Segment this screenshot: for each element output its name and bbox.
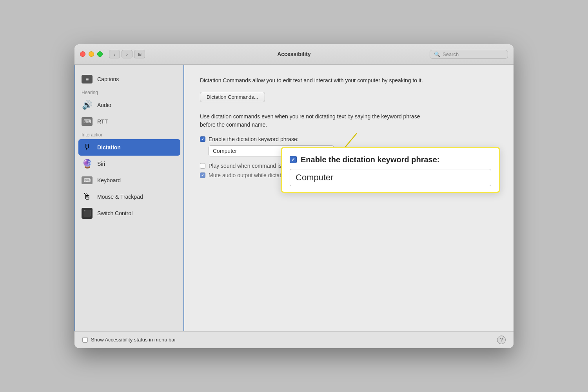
sidebar-label: Captions [97,76,119,82]
search-icon: 🔍 [434,51,440,57]
callout-highlight-box: Enable the dictation keyword phrase: [281,147,500,193]
sidebar-item-siri[interactable]: 🔮 Siri [75,156,183,172]
sidebar-label: Audio [97,102,111,108]
titlebar: ‹ › ⊞ Accessibility 🔍 [74,44,514,65]
search-box[interactable]: 🔍 [430,50,508,59]
hearing-section-label: Hearing [75,87,183,97]
mute-checkbox[interactable] [200,172,205,178]
enable-keyword-label: Enable the dictation keyword phrase: [209,136,299,142]
show-status-checkbox[interactable] [82,337,88,343]
description-text: Dictation Commands allow you to edit tex… [200,76,427,85]
sidebar-item-rtt[interactable]: RTT [75,113,183,130]
play-sound-checkbox[interactable] [200,163,205,169]
dictation-icon: 🎙 [82,142,93,153]
audio-icon: 🔊 [82,100,93,111]
callout-keyword-input[interactable] [290,169,491,186]
search-input[interactable] [443,51,504,57]
forward-button[interactable]: › [122,50,132,58]
callout-label: Enable the dictation keyword phrase: [301,155,440,164]
sidebar-label: Dictation [97,144,121,151]
callout-checkbox-row: Enable the dictation keyword phrase: [290,155,491,164]
maximize-button[interactable] [97,51,103,57]
sidebar-item-keyboard[interactable]: Keyboard [75,172,183,189]
close-button[interactable] [80,51,85,57]
switch-control-icon [82,208,93,219]
window-title: Accessibility [277,51,311,57]
callout-enable-keyword-checkbox[interactable] [290,156,297,163]
bottom-bar: Show Accessibility status in menu bar ? [74,331,514,348]
main-panel: Dictation Commands allow you to edit tex… [184,65,514,331]
mouse-icon: 🖱 [82,191,93,202]
sidebar-label: Keyboard [97,177,121,183]
mute-label: Mute audio output while dictating [209,172,289,178]
sidebar-item-audio[interactable]: 🔊 Audio [75,97,183,113]
enable-keyword-row: Enable the dictation keyword phrase: [200,136,498,142]
sidebar: Captions Hearing 🔊 Audio RTT Interaction… [74,65,184,331]
main-window: ‹ › ⊞ Accessibility 🔍 Captions Hearing 🔊 [74,44,514,348]
sidebar-item-dictation[interactable]: 🎙 Dictation [78,139,180,156]
sidebar-item-captions[interactable]: Captions [75,71,183,87]
captions-icon [82,74,93,85]
grid-button[interactable]: ⊞ [134,50,145,58]
interaction-section-label: Interaction [75,130,183,139]
sidebar-item-switch-control[interactable]: Switch Control [75,205,183,221]
show-status-label: Show Accessibility status in menu bar [91,337,176,343]
help-button[interactable]: ? [497,336,506,344]
keyboard-icon [82,175,93,186]
sidebar-label: RTT [97,118,108,125]
dictation-commands-button[interactable]: Dictation Commands... [200,92,265,102]
sidebar-item-mouse[interactable]: 🖱 Mouse & Trackpad [75,189,183,205]
back-button[interactable]: ‹ [109,50,120,58]
use-dictation-text: Use dictation commands even when you're … [200,113,427,129]
content-area: Captions Hearing 🔊 Audio RTT Interaction… [74,65,514,331]
enable-keyword-checkbox[interactable] [200,136,205,142]
minimize-button[interactable] [89,51,94,57]
sidebar-label: Switch Control [97,210,132,216]
rtt-icon [82,116,93,127]
traffic-lights [80,51,103,57]
nav-buttons: ‹ › [109,50,132,58]
sidebar-label: Siri [97,161,105,167]
siri-icon: 🔮 [82,158,93,169]
sidebar-label: Mouse & Trackpad [97,194,143,200]
